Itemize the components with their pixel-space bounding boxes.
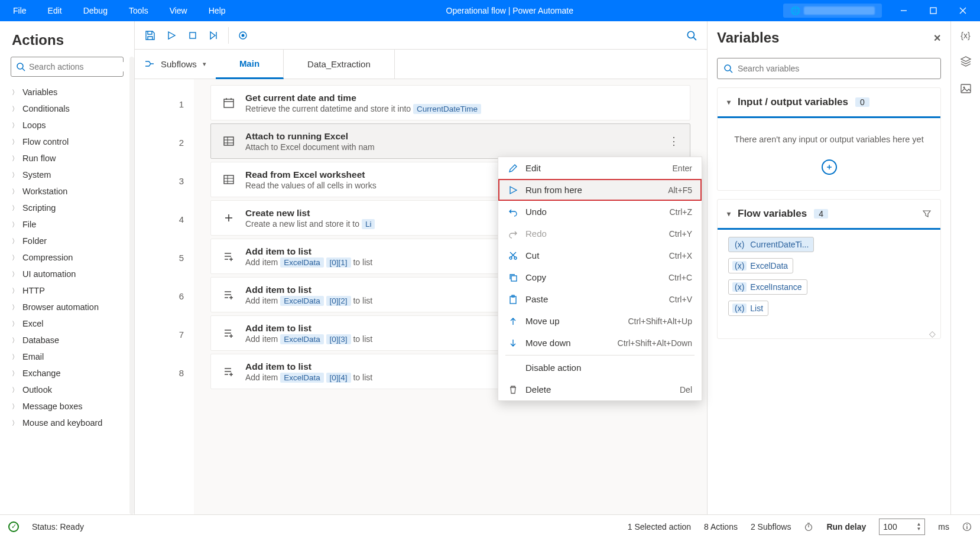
context-menu-item[interactable]: CopyCtrl+C xyxy=(498,266,702,288)
stop-button[interactable] xyxy=(182,25,203,46)
action-more-button[interactable]: ⋮ xyxy=(669,135,679,148)
subflows-dropdown[interactable]: Subflows ▾ xyxy=(135,50,216,79)
run-delay-label: Run delay xyxy=(826,522,866,532)
menu-help[interactable]: Help xyxy=(198,0,236,21)
flow-action-card[interactable]: Get current date and timeRetrieve the cu… xyxy=(210,85,690,120)
action-category[interactable]: 〉Scripting xyxy=(6,200,128,216)
context-menu-item[interactable]: PasteCtrl+V xyxy=(498,288,702,310)
variable-chip[interactable]: (x)CurrentDateTi... xyxy=(728,237,814,252)
menu-tools[interactable]: Tools xyxy=(118,0,159,21)
action-category[interactable]: 〉Browser automation xyxy=(6,299,128,315)
add-variable-button[interactable]: ＋ xyxy=(822,159,837,175)
action-category-label: Database xyxy=(22,335,59,345)
action-category[interactable]: 〉Mouse and keyboard xyxy=(6,415,128,431)
svg-rect-51 xyxy=(511,276,517,281)
images-rail-icon[interactable] xyxy=(960,83,972,94)
menu-debug[interactable]: Debug xyxy=(73,0,118,21)
close-button[interactable] xyxy=(948,0,978,21)
action-icon xyxy=(222,211,236,225)
action-category[interactable]: 〉Excel xyxy=(6,315,128,332)
context-menu-shortcut: Ctrl+X xyxy=(669,251,692,260)
actions-tree[interactable]: 〉Variables〉Conditionals〉Loops〉Flow contr… xyxy=(0,84,134,510)
action-category[interactable]: 〉Flow control xyxy=(6,133,128,150)
context-menu-item[interactable]: Move downCtrl+Shift+Alt+Down xyxy=(498,332,702,354)
action-category[interactable]: 〉Exchange xyxy=(6,365,128,382)
index-token: [0][2] xyxy=(326,296,351,306)
context-menu-item[interactable]: UndoCtrl+Z xyxy=(498,201,702,223)
context-menu-item[interactable]: Run from hereAlt+F5 xyxy=(498,179,702,201)
io-variables-header[interactable]: ▾ Input / output variables 0 xyxy=(718,88,940,118)
context-menu-item[interactable]: Disable action xyxy=(498,357,702,379)
flow-variables-section: ▾ Flow variables 4 (x)CurrentDateTi...(x… xyxy=(717,199,941,339)
variable-chip[interactable]: (x)ExcelInstance xyxy=(728,279,807,295)
menu-view[interactable]: View xyxy=(159,0,198,21)
variable-token[interactable]: ExcelData xyxy=(280,373,324,383)
variables-rail-icon[interactable]: {x} xyxy=(960,31,970,40)
environment-badge[interactable]: 🌐 xyxy=(783,4,882,18)
variable-name: ExcelData xyxy=(750,261,788,270)
variable-token[interactable]: ExcelData xyxy=(280,296,324,306)
action-category[interactable]: 〉UI automation xyxy=(6,266,128,282)
action-category[interactable]: 〉Run flow xyxy=(6,150,128,167)
variable-chip[interactable]: (x)List xyxy=(728,301,768,316)
scrollbar[interactable] xyxy=(129,57,134,514)
clear-variables-button[interactable]: ◇ xyxy=(718,325,940,338)
info-icon[interactable] xyxy=(962,522,972,532)
actions-search-input[interactable] xyxy=(29,62,132,71)
action-category[interactable]: 〉System xyxy=(6,167,128,183)
context-menu-label: Move down xyxy=(525,338,571,348)
tab-data-extraction[interactable]: Data_Extraction xyxy=(284,50,395,79)
action-category[interactable]: 〉Folder xyxy=(6,233,128,249)
tab-main[interactable]: Main xyxy=(216,50,284,79)
ui-elements-rail-icon[interactable] xyxy=(960,56,972,67)
run-delay-input[interactable]: 100 ▲▼ xyxy=(879,519,925,535)
menu-edit[interactable]: Edit xyxy=(37,0,73,21)
variable-token[interactable]: ExcelData xyxy=(280,257,324,268)
action-category[interactable]: 〉Email xyxy=(6,348,128,365)
action-category[interactable]: 〉Outlook xyxy=(6,382,128,398)
search-icon xyxy=(723,64,733,73)
chevron-right-icon: 〉 xyxy=(12,402,18,411)
save-button[interactable] xyxy=(139,25,161,46)
actions-search[interactable] xyxy=(11,57,124,77)
action-category[interactable]: 〉File xyxy=(6,216,128,233)
run-button[interactable] xyxy=(161,25,182,46)
step-button[interactable] xyxy=(203,25,225,46)
context-menu-item[interactable]: DeleteDel xyxy=(498,379,702,400)
svg-rect-52 xyxy=(510,296,516,304)
close-variables-button[interactable]: ✕ xyxy=(933,32,941,44)
variables-search-input[interactable] xyxy=(738,64,934,73)
context-menu-item[interactable]: CutCtrl+X xyxy=(498,244,702,266)
menu-file[interactable]: File xyxy=(2,0,37,21)
variable-token[interactable]: ExcelData xyxy=(280,334,324,344)
variable-chip[interactable]: (x)ExcelData xyxy=(728,258,793,273)
context-menu-shortcut: Alt+F5 xyxy=(668,185,692,195)
flow-action-card[interactable]: Attach to running ExcelAttach to Excel d… xyxy=(210,123,690,159)
action-category[interactable]: 〉Loops xyxy=(6,117,128,133)
line-number: 3 xyxy=(135,162,184,200)
maximize-button[interactable] xyxy=(919,0,948,21)
variable-token[interactable]: CurrentDateTime xyxy=(413,104,481,114)
action-category[interactable]: 〉Message boxes xyxy=(6,398,128,415)
action-category[interactable]: 〉Conditionals xyxy=(6,100,128,117)
action-category-label: Outlook xyxy=(22,385,52,394)
action-category[interactable]: 〉HTTP xyxy=(6,282,128,299)
spinner-icon[interactable]: ▲▼ xyxy=(916,522,921,532)
action-category[interactable]: 〉Compression xyxy=(6,249,128,266)
context-menu-item[interactable]: EditEnter xyxy=(498,157,702,179)
action-category[interactable]: 〉Workstation xyxy=(6,183,128,200)
filter-icon[interactable] xyxy=(923,210,931,218)
action-category-label: Browser automation xyxy=(22,302,99,312)
variable-token[interactable]: Li xyxy=(362,219,375,229)
chevron-right-icon: 〉 xyxy=(12,187,18,196)
variables-search[interactable] xyxy=(717,58,941,79)
record-button[interactable] xyxy=(232,25,254,46)
svg-marker-48 xyxy=(510,187,517,194)
minimize-button[interactable] xyxy=(889,0,919,21)
flow-variables-header[interactable]: ▾ Flow variables 4 xyxy=(718,200,940,230)
chevron-right-icon: 〉 xyxy=(12,286,18,295)
canvas-search-button[interactable] xyxy=(681,25,702,46)
action-category[interactable]: 〉Database xyxy=(6,332,128,348)
context-menu-item[interactable]: Move upCtrl+Shift+Alt+Up xyxy=(498,310,702,332)
action-category[interactable]: 〉Variables xyxy=(6,84,128,100)
